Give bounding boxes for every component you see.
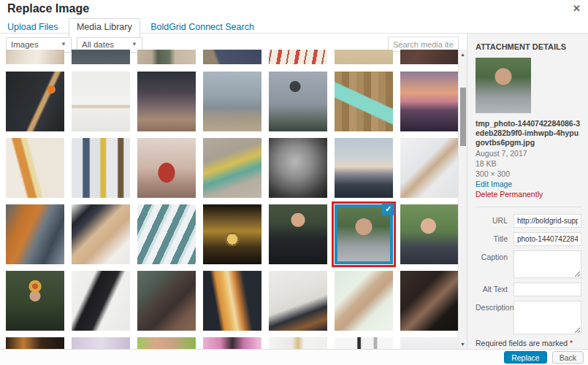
url-field[interactable] bbox=[513, 214, 581, 228]
media-item-eiffel-figurine[interactable] bbox=[335, 337, 393, 349]
media-item-lavender-blur[interactable] bbox=[72, 337, 130, 349]
description-label: Description bbox=[476, 301, 513, 334]
replace-button[interactable]: Replace bbox=[504, 351, 547, 364]
media-item-sunset-skateboard[interactable] bbox=[400, 72, 458, 131]
scrollbar-thumb[interactable] bbox=[460, 88, 466, 146]
media-item-paperwork-hands[interactable] bbox=[400, 138, 458, 198]
media-item-gray-blur[interactable] bbox=[400, 337, 458, 349]
required-fields-note: Required fields are marked * bbox=[476, 339, 581, 347]
media-item-document-blonde-woman[interactable] bbox=[269, 337, 327, 349]
url-label: URL bbox=[476, 214, 513, 228]
media-item-flower-crown-girl[interactable] bbox=[6, 271, 64, 331]
selected-check-icon: ✓ bbox=[382, 203, 394, 215]
description-field[interactable] bbox=[513, 301, 581, 334]
media-item-longboard-asphalt[interactable] bbox=[6, 72, 64, 131]
media-item-sand-blanket[interactable] bbox=[6, 50, 64, 64]
media-item-business-newspaper[interactable] bbox=[269, 271, 327, 331]
media-item-skateboard-on-fence[interactable] bbox=[335, 72, 393, 131]
title-label: Title bbox=[476, 232, 513, 246]
title-field[interactable] bbox=[513, 232, 581, 246]
media-item-laptop-typing-hands[interactable] bbox=[400, 271, 458, 331]
modal-title: Replace Image bbox=[7, 2, 89, 15]
media-item-navy-corner[interactable] bbox=[203, 50, 261, 64]
media-item-city-dusk-aerial[interactable] bbox=[335, 138, 393, 198]
media-item-maroon-blur[interactable] bbox=[400, 50, 458, 64]
media-item-notebook-on-desk[interactable] bbox=[137, 271, 196, 331]
attachment-details-heading: ATTACHMENT DETAILS bbox=[476, 42, 581, 51]
media-item-night-traffic-trails[interactable] bbox=[203, 271, 261, 331]
media-item-skate-decks-display[interactable] bbox=[6, 138, 64, 198]
media-item-bw-man-portrait[interactable] bbox=[269, 138, 327, 198]
media-item-laughing-woman[interactable] bbox=[400, 204, 458, 264]
delete-permanently-link[interactable]: Delete Permanently bbox=[476, 189, 581, 199]
media-item-skatepark-ramp-trick[interactable] bbox=[203, 72, 261, 131]
media-item-face-closeup[interactable] bbox=[137, 337, 196, 349]
attachment-dimensions: 300 × 300 bbox=[476, 169, 581, 180]
date-filter-value: All dates bbox=[82, 40, 114, 49]
alt-text-label: Alt Text bbox=[476, 283, 513, 296]
sidebar-divider bbox=[476, 207, 581, 207]
modal-footer: Replace Back bbox=[0, 349, 588, 365]
media-item-white-skateboard-studio[interactable] bbox=[72, 72, 130, 131]
scroll-up-icon[interactable]: ▲ bbox=[459, 52, 467, 57]
alt-text-field[interactable] bbox=[513, 283, 581, 296]
replace-image-modal: Replace Image ✕ Upload Files Media Libra… bbox=[0, 0, 588, 365]
media-item-hand-writing-pen[interactable] bbox=[335, 271, 393, 331]
media-item-business-handshake[interactable] bbox=[72, 204, 130, 264]
media-item-desk-black-blazer[interactable] bbox=[72, 271, 130, 331]
media-item-skatepark-graffiti-box[interactable] bbox=[137, 50, 196, 64]
media-item-pink-bokeh-portrait[interactable] bbox=[203, 337, 261, 349]
attachment-details-sidebar: ATTACHMENT DETAILS tmp_photo-14407422840… bbox=[467, 34, 588, 349]
back-button[interactable]: Back bbox=[552, 351, 584, 364]
scroll-down-icon[interactable]: ▼ bbox=[459, 342, 467, 347]
media-item-graffiti-ledge-sitter[interactable] bbox=[203, 138, 261, 198]
tab-bar: Upload Files Media Library BoldGrid Conn… bbox=[0, 18, 588, 34]
attachment-thumbnail bbox=[476, 58, 531, 113]
attachment-filesize: 18 KB bbox=[476, 159, 581, 169]
close-icon[interactable]: ✕ bbox=[573, 3, 581, 14]
media-item-glass-building[interactable] bbox=[137, 204, 196, 264]
media-item-leather-jacket-man[interactable] bbox=[269, 204, 327, 264]
media-item-grand-central-clock[interactable] bbox=[203, 204, 261, 264]
media-item-beach-people[interactable] bbox=[335, 50, 393, 64]
caption-label: Caption bbox=[476, 250, 513, 278]
attachment-date: August 7, 2017 bbox=[476, 149, 581, 159]
media-grid: ✓ bbox=[0, 50, 458, 349]
media-item-skater-legs-jump[interactable] bbox=[137, 72, 196, 131]
chevron-down-icon: ▼ bbox=[61, 41, 66, 47]
media-item-asphalt-road[interactable] bbox=[72, 50, 130, 64]
tab-media-library[interactable]: Media Library bbox=[69, 18, 140, 37]
media-type-filter-value: Images bbox=[11, 40, 39, 49]
media-item-skate-shop-window[interactable] bbox=[72, 138, 130, 198]
edit-image-link[interactable]: Edit Image bbox=[476, 179, 581, 189]
tab-upload-files[interactable]: Upload Files bbox=[0, 19, 65, 36]
tab-boldgrid-connect-search[interactable]: BoldGrid Connect Search bbox=[143, 19, 261, 36]
media-item-red-coat-woman[interactable] bbox=[137, 138, 196, 198]
media-item-beach-kites[interactable] bbox=[269, 50, 327, 64]
media-item-concert-lights[interactable] bbox=[6, 337, 64, 349]
media-item-team-meeting[interactable] bbox=[6, 204, 64, 264]
chevron-down-icon: ▼ bbox=[131, 41, 137, 47]
grid-scrollbar[interactable]: ▲ ▼ bbox=[458, 50, 467, 349]
media-item-skater-air-jump[interactable] bbox=[269, 72, 327, 131]
attachment-filename: tmp_photo-1440742284086-3edeb282b9f0-imh… bbox=[476, 119, 581, 147]
media-item-selected-man-portrait[interactable]: ✓ bbox=[335, 204, 393, 264]
required-asterisk: * bbox=[570, 339, 573, 347]
caption-field[interactable] bbox=[513, 250, 581, 278]
